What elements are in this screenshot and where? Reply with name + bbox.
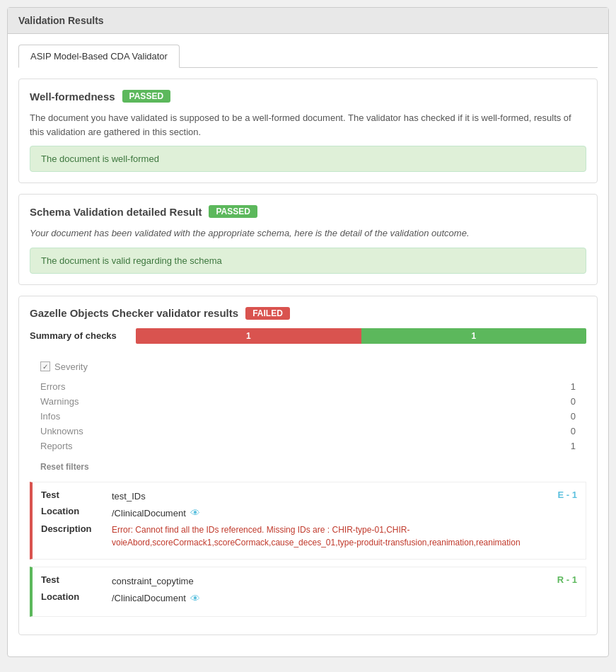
result-val-test-1: constraint_copytime — [112, 574, 557, 589]
schema-validation-description: Your document has been validated with th… — [30, 226, 586, 241]
well-formedness-section: Well-formedness PASSED The document you … — [18, 79, 598, 183]
result-row-location-0: Location /ClinicalDocument 👁 — [41, 506, 577, 521]
result-row-test-0: Test test_IDs E - 1 — [41, 489, 577, 504]
eye-icon-1[interactable]: 👁 — [190, 591, 200, 606]
filter-row-infos: Infos 0 — [40, 409, 576, 424]
location-text-0: /ClinicalDocument — [112, 506, 186, 521]
gazelle-section-header: Gazelle Objects Checker validator result… — [30, 307, 586, 320]
gazelle-title: Gazelle Objects Checker validator result… — [30, 307, 238, 319]
summary-label: Summary of checks — [30, 330, 129, 341]
severity-header: ✓ Severity — [40, 358, 576, 376]
filter-row-reports: Reports 1 — [40, 439, 576, 453]
filter-row-errors: Errors 1 — [40, 379, 576, 394]
result-row-desc-0: Description Error: Cannot find all the I… — [41, 523, 577, 549]
reset-filters-button[interactable]: Reset filters — [40, 459, 576, 475]
page-container: Validation Results ASIP Model-Based CDA … — [0, 0, 616, 672]
filter-count-unknowns: 0 — [562, 426, 576, 436]
well-formedness-header: Well-formedness PASSED — [30, 90, 586, 103]
result-key-desc-0: Description — [41, 523, 112, 549]
schema-validation-badge: PASSED — [209, 205, 257, 218]
result-key-test-1: Test — [41, 574, 112, 589]
result-val-location-0: /ClinicalDocument 👁 — [112, 506, 577, 521]
summary-bar: 1 1 — [136, 328, 586, 344]
well-formedness-title: Well-formedness — [30, 91, 115, 103]
filter-label-infos: Infos — [40, 411, 562, 422]
result-val-test-0: test_IDs — [112, 489, 558, 504]
result-item-0: Test test_IDs E - 1 Location /ClinicalDo… — [30, 482, 586, 560]
filter-count-infos: 0 — [562, 411, 576, 422]
result-row-test-1: Test constraint_copytime R - 1 — [41, 574, 577, 589]
filter-label-reports: Reports — [40, 441, 562, 451]
schema-validation-title: Schema Validation detailed Result — [30, 206, 202, 218]
filter-label-unknowns: Unknowns — [40, 426, 562, 436]
filter-count-reports: 1 — [562, 441, 576, 451]
bar-red: 1 — [136, 328, 361, 344]
tabs-bar: ASIP Model-Based CDA Validator — [18, 45, 598, 68]
filter-row-unknowns: Unknowns 0 — [40, 424, 576, 439]
tab-asip[interactable]: ASIP Model-Based CDA Validator — [18, 45, 180, 68]
filter-label-warnings: Warnings — [40, 396, 562, 407]
well-formedness-result: The document is well-formed — [30, 146, 586, 172]
gazelle-badge: FAILED — [245, 307, 290, 320]
result-key-test-0: Test — [41, 489, 112, 504]
main-panel: Validation Results ASIP Model-Based CDA … — [7, 7, 609, 657]
location-text-1: /ClinicalDocument — [112, 591, 186, 606]
summary-row: Summary of checks 1 1 — [30, 328, 586, 344]
filter-section: ✓ Severity Errors 1 Warnings 0 Infos 0 — [30, 354, 586, 482]
bar-green: 1 — [361, 328, 587, 344]
severity-checkbox[interactable]: ✓ — [40, 361, 50, 371]
gazelle-section: Gazelle Objects Checker validator result… — [18, 296, 598, 635]
severity-label: Severity — [54, 361, 88, 372]
filter-count-warnings: 0 — [562, 396, 576, 407]
schema-validation-section: Schema Validation detailed Result PASSED… — [18, 194, 598, 285]
filter-label-errors: Errors — [40, 381, 562, 392]
eye-icon-0[interactable]: 👁 — [190, 506, 200, 521]
result-item-1: Test constraint_copytime R - 1 Location … — [30, 567, 586, 617]
schema-validation-header: Schema Validation detailed Result PASSED — [30, 205, 586, 218]
filter-count-errors: 1 — [562, 381, 576, 392]
result-val-location-1: /ClinicalDocument 👁 — [112, 591, 577, 606]
page-title: Validation Results — [8, 8, 608, 34]
result-key-location-0: Location — [41, 506, 112, 521]
result-key-location-1: Location — [41, 591, 112, 606]
filter-row-warnings: Warnings 0 — [40, 394, 576, 409]
schema-validation-result: The document is valid regarding the sche… — [30, 248, 586, 274]
result-row-location-1: Location /ClinicalDocument 👁 — [41, 591, 577, 606]
result-badge-0: E - 1 — [558, 489, 577, 504]
well-formedness-description: The document you have validated is suppo… — [30, 111, 586, 139]
result-badge-1: R - 1 — [557, 574, 577, 589]
well-formedness-badge: PASSED — [122, 90, 170, 103]
main-panel-body: ASIP Model-Based CDA Validator Well-form… — [8, 34, 608, 656]
result-val-desc-0: Error: Cannot find all the IDs reference… — [112, 523, 577, 549]
